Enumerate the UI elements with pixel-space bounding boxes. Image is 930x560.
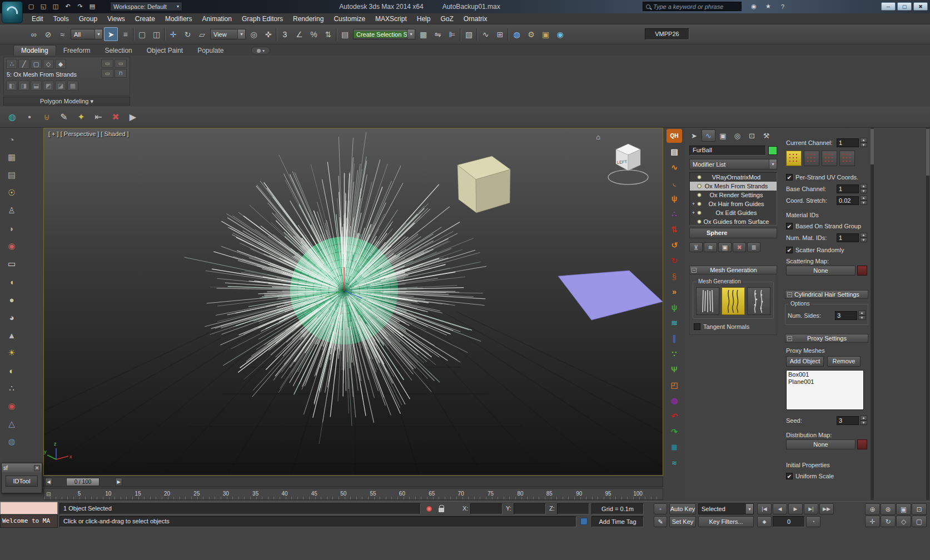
pin-stack-icon[interactable]: ⊻: [689, 242, 703, 252]
hair-curve-icon[interactable]: ◟: [667, 176, 682, 189]
tab-create[interactable]: ➤: [687, 129, 701, 142]
go-to-start-button[interactable]: |◀: [757, 503, 772, 514]
tab-modeling[interactable]: Modeling: [13, 45, 56, 56]
percent-snap-icon[interactable]: %: [307, 27, 321, 41]
grass-icon[interactable]: ψ: [667, 300, 682, 314]
channel-preset-3-button[interactable]: [822, 151, 837, 166]
favorites-icon[interactable]: ★: [763, 2, 774, 11]
time-slider[interactable]: ◀ 0 / 100 ▶: [43, 477, 663, 487]
pan-button[interactable]: ✛: [865, 516, 880, 527]
help-icon[interactable]: ?: [777, 2, 788, 11]
tab-freeform[interactable]: Freeform: [56, 46, 98, 56]
pie-icon[interactable]: ◕: [4, 310, 19, 324]
modifier-vrayornatrixmod[interactable]: VRayOrnatrixMod: [690, 173, 777, 182]
scattering-map-slot-icon[interactable]: [857, 266, 867, 276]
project-folder-icon[interactable]: ▤: [87, 2, 98, 11]
tab-display[interactable]: ⊡: [745, 129, 759, 142]
proxy-settings-header[interactable]: − Proxy Settings: [785, 334, 868, 343]
s-curve-icon[interactable]: §: [667, 269, 682, 283]
dot-tool-icon[interactable]: •: [22, 109, 37, 125]
basket-tool-icon[interactable]: ⊎: [39, 109, 54, 125]
set-key-button[interactable]: Set Key: [669, 516, 696, 527]
channel-preset-4-button[interactable]: [839, 151, 855, 166]
cylindrical-hair-settings-header[interactable]: − Cylindrical Hair Settings: [785, 290, 868, 299]
vertex-mode-icon[interactable]: ∴: [6, 59, 17, 69]
tab-hierarchy[interactable]: ▣: [716, 129, 730, 142]
mesh-type-proxy-button[interactable]: [747, 287, 770, 315]
menu-customize[interactable]: Customize: [329, 14, 370, 24]
next-frame-arrow[interactable]: ▶: [115, 478, 122, 486]
current-frame-field[interactable]: 0: [773, 516, 805, 527]
modifier-visibility-bulb-icon[interactable]: [697, 193, 702, 197]
key-set-dropdown[interactable]: Selected▾: [698, 503, 754, 514]
teal-wave-icon[interactable]: ≋: [667, 316, 682, 329]
spinner-snap-icon[interactable]: ⇅: [321, 27, 335, 41]
globe-icon[interactable]: ◍: [4, 434, 19, 449]
floating-sf-window[interactable]: sf ✕ IDTool: [1, 463, 42, 493]
ribbon-collapse-button[interactable]: ▾: [251, 47, 270, 54]
modifier-ox-edit-guides[interactable]: + Ox Edit Guides: [690, 208, 777, 217]
zoom-extents-button[interactable]: ▣: [896, 503, 911, 515]
object-name-field[interactable]: FurBall: [689, 146, 766, 156]
channel-preset-2-button[interactable]: [804, 151, 819, 166]
perspective-viewport[interactable]: x y z [ + ] [ Perspective ] [ Shaded ] ⌂…: [43, 128, 663, 476]
flask-icon[interactable]: △: [4, 417, 19, 431]
menu-edit[interactable]: Edit: [27, 14, 48, 24]
select-and-move-icon[interactable]: ✛: [166, 27, 180, 41]
key-mode-toggle-button[interactable]: ◆: [757, 516, 772, 527]
per-strand-uv-checkbox[interactable]: [786, 174, 793, 181]
select-by-name-icon[interactable]: ≡: [118, 27, 132, 41]
max-logo-icon[interactable]: [2, 1, 23, 23]
configure-modifier-sets-icon[interactable]: ≣: [747, 242, 760, 252]
snap-toggle-icon[interactable]: 3: [278, 27, 292, 41]
step-input-icon[interactable]: ⇤: [91, 109, 106, 125]
previous-frame-arrow[interactable]: ◀: [45, 478, 52, 486]
track-bar[interactable]: ⊟ 51015202530354045505560657075808590951…: [43, 488, 663, 500]
previous-frame-button[interactable]: ◀: [773, 503, 787, 514]
curl-cw-icon[interactable]: ↻: [667, 253, 682, 267]
time-slider-handle[interactable]: 0 / 100: [66, 478, 100, 486]
proxy-mesh-list[interactable]: Box001Plane001: [786, 370, 864, 410]
listener-pane[interactable]: Welcome to MA: [0, 514, 58, 528]
panel-scrollbar-outer[interactable]: [926, 128, 929, 500]
scatter-randomly-checkbox[interactable]: [786, 247, 793, 253]
tab-selection[interactable]: Selection: [97, 46, 139, 56]
mesh-generation-header[interactable]: − Mesh Generation: [689, 266, 777, 274]
viewcube[interactable]: LEFT: [601, 136, 655, 189]
proxy-item-box001[interactable]: Box001: [788, 371, 862, 378]
mesh-type-cylindrical-button[interactable]: [722, 287, 745, 315]
menu-animation[interactable]: Animation: [197, 14, 237, 24]
furball-strands[interactable]: [184, 132, 486, 444]
minimize-button[interactable]: ─: [881, 2, 896, 11]
selection-filter-dropdown[interactable]: All▾: [71, 29, 103, 39]
dome-icon[interactable]: ◗: [4, 221, 19, 236]
modifier-list-dropdown[interactable]: Modifier List▾: [689, 159, 777, 169]
scatter-icon[interactable]: ∴: [4, 381, 19, 396]
menu-graph-editors[interactable]: Graph Editors: [237, 14, 288, 24]
ribbon-side-2-icon[interactable]: ▭: [115, 59, 127, 68]
scattering-map-button[interactable]: None: [786, 266, 856, 276]
seed-dots-icon[interactable]: ∵: [667, 347, 682, 361]
object-color-swatch[interactable]: [768, 146, 777, 155]
edit-named-selection-icon[interactable]: ▦: [416, 27, 430, 41]
add-time-tag-field[interactable]: Add Time Tag: [591, 516, 644, 527]
channel-preset-1-button[interactable]: [786, 151, 802, 166]
current-channel-spinner[interactable]: ▲▼: [860, 138, 867, 147]
zoom-button[interactable]: ⊕: [865, 503, 880, 515]
menu-create[interactable]: Create: [130, 14, 160, 24]
comb-icon[interactable]: ∥: [667, 331, 682, 345]
modifier-visibility-bulb-icon[interactable]: [697, 219, 702, 224]
stack-tool-icon[interactable]: ≣: [667, 440, 682, 454]
purple-ball-icon[interactable]: ◍: [667, 393, 682, 407]
ball-icon[interactable]: ◐: [4, 363, 19, 378]
render-setup-icon[interactable]: ⚙: [524, 27, 538, 41]
ornatrix-globe-icon[interactable]: ◍: [4, 109, 20, 125]
play-button[interactable]: ▶: [788, 503, 803, 514]
menu-ornatrix[interactable]: Ornatrix: [459, 14, 493, 24]
modifier-ox-hair-from-guides[interactable]: + Ox Hair from Guides: [690, 199, 777, 208]
seed-spinner[interactable]: ▲▼: [860, 416, 867, 425]
modifier-visibility-bulb-icon[interactable]: [697, 184, 702, 188]
push-pull-icon[interactable]: ⇅: [667, 222, 682, 236]
close-icon[interactable]: ✕: [34, 465, 40, 471]
x-coordinate-field[interactable]: [470, 503, 503, 514]
